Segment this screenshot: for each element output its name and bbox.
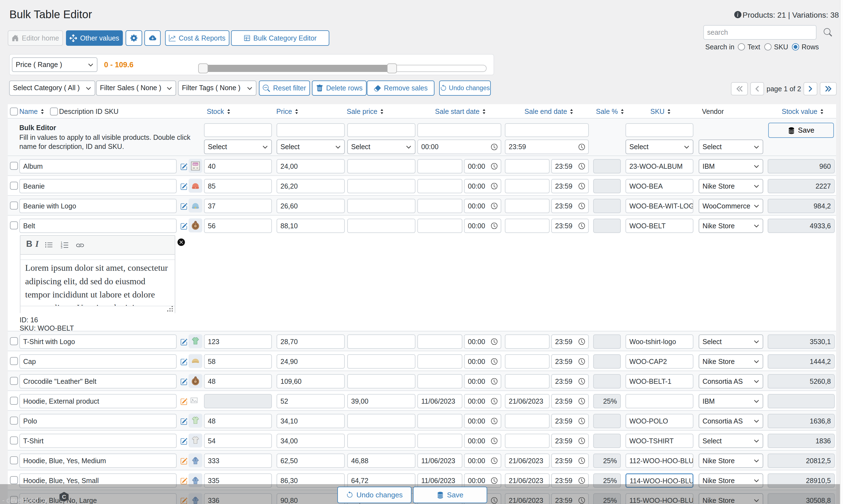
- svg-text:Woo: Woo: [193, 163, 198, 165]
- svg-text:3: 3: [61, 246, 63, 249]
